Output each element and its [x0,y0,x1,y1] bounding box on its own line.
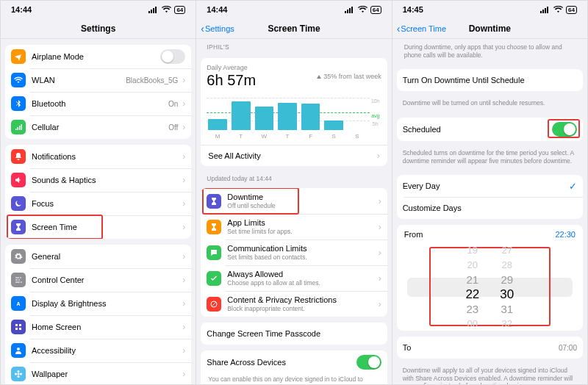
chart-day-label: M [208,133,227,140]
bluetooth-row[interactable]: BluetoothOn› [5,92,191,115]
row-sublabel: Set limits based on contacts. [227,253,373,261]
cellular-row[interactable]: CellularOff› [5,115,191,139]
chart-day-label: F [301,133,320,140]
control-center-row[interactable]: Control Center› [5,268,191,292]
svg-rect-8 [19,328,21,330]
accessibility-row[interactable]: Accessibility› [5,339,191,362]
gear-icon [11,249,26,264]
svg-rect-1 [151,10,152,13]
scheduled-toggle[interactable] [552,122,577,137]
general-row[interactable]: General› [5,245,191,268]
sounds-haptics-row[interactable]: Sounds & Haptics› [5,168,191,192]
status-bar: 14:44 64 [1,1,196,18]
downtime-row[interactable]: DowntimeOff until schedule› [201,188,387,214]
svg-rect-6 [19,324,21,326]
every-day-row[interactable]: Every Day ✓ [397,175,583,197]
flower-icon [11,367,26,381]
minute-wheel[interactable]: 272829303132 [500,244,514,331]
row-label: Bluetooth [32,99,165,108]
wheel-value: 27 [502,243,512,258]
arrow-up-icon [317,75,321,79]
back-button[interactable]: ‹Settings [201,24,234,34]
navbar: ‹Settings Screen Time [196,18,391,39]
scheduled-row[interactable]: Scheduled [397,118,583,141]
every-day-label: Every Day [403,181,564,190]
share-note: You can enable this on any device signed… [201,374,387,384]
row-sublabel: Block inappropriate content. [227,305,373,312]
downtime-screen: 14:45 64 ‹Screen Time Downtime During do… [392,0,588,385]
back-button[interactable]: ‹Screen Time [397,24,446,34]
screen-time-row[interactable]: Screen Time› [5,215,191,239]
home-screen-row[interactable]: Home Screen› [5,315,191,339]
row-label: Home Screen [32,323,178,331]
svg-rect-3 [155,7,157,13]
wheel-value: 29 [501,273,513,287]
scheduled-note: Scheduled turns on downtime for the time… [397,147,583,169]
svg-text:A: A [16,301,20,306]
row-label: Cellular [32,123,165,132]
customize-days-row[interactable]: Customize Days [397,197,583,219]
app-limits-row[interactable]: App LimitsSet time limits for apps.› [201,214,387,240]
row-value: On [168,100,178,108]
person-icon [11,343,26,358]
hourglass-icon [11,220,26,234]
share-across-devices-row[interactable]: Share Across Devices [201,350,387,374]
to-row[interactable]: To 07:00 [397,337,583,359]
share-label: Share Across Devices [207,358,356,367]
svg-rect-23 [351,7,353,13]
row-label: Communication Limits [227,244,373,253]
chevron-right-icon: › [379,299,381,309]
airplane-icon [11,49,26,64]
communication-limits-row[interactable]: Communication LimitsSet limits based on … [201,240,387,265]
row-label: Display & Brightness [32,299,178,308]
row-label: Notifications [32,152,178,161]
svg-rect-29 [547,7,548,13]
from-label: From [404,230,423,239]
chart-day-label: S [348,133,367,140]
row-label: Downtime [227,192,373,201]
svg-rect-27 [542,10,544,13]
change-passcode-label: Change Screen Time Passcode [207,329,381,338]
content-privacy-restrictions-row[interactable]: Content & Privacy RestrictionsBlock inap… [201,291,387,317]
svg-line-25 [212,302,216,306]
chart-day-label: W [255,133,274,140]
bluetooth-icon [11,96,26,111]
from-time-picker[interactable]: From 22:30 192021222300 272829303132 [397,225,583,331]
screen-time-screen: 14:44 64 ‹Settings Screen Time IPHIL'S D… [196,0,392,385]
notifications-row[interactable]: Notifications› [5,145,191,168]
chevron-right-icon: › [182,251,185,262]
from-value: 22:30 [555,230,576,239]
svg-rect-21 [347,10,348,13]
hourglass-icon [207,220,221,234]
always-allowed-row[interactable]: Always AllowedChoose apps to allow at al… [201,265,387,291]
row-label: General [32,252,178,261]
wallpaper-row[interactable]: Wallpaper› [5,362,191,384]
change-passcode-row[interactable]: Change Screen Time Passcode [201,323,387,345]
back-label: Screen Time [401,24,446,33]
chart-bar [255,107,274,130]
display-brightness-row[interactable]: ADisplay & Brightness› [5,292,191,315]
wlan-row[interactable]: WLANBlackBooks_5G› [5,68,191,92]
from-row[interactable]: From 22:30 [397,225,583,244]
row-label: Always Allowed [227,270,373,278]
hour-wheel[interactable]: 192021222300 [465,244,479,331]
svg-point-13 [15,373,17,375]
turn-on-downtime-row[interactable]: Turn On Downtime Until Schedule [397,69,583,91]
focus-row[interactable]: Focus› [5,192,191,215]
row-sublabel: Off until schedule [227,202,373,209]
chevron-right-icon: › [182,345,185,356]
chart-day-label: T [232,133,251,140]
battery-icon: 64 [566,6,577,14]
row-sublabel: Choose apps to allow at all times. [227,279,373,287]
sliders-icon [11,273,26,287]
airplane-mode-row[interactable]: Airplane Mode [5,45,191,68]
chevron-right-icon: › [182,122,185,132]
row-toggle[interactable] [160,49,185,64]
share-toggle[interactable] [356,355,381,370]
to-value: 07:00 [559,344,577,352]
usage-chart-card[interactable]: Daily Average 6h 57m 35% from last week … [201,58,387,166]
chevron-right-icon: › [182,275,185,285]
svg-rect-5 [15,324,18,326]
see-all-activity-row[interactable]: See All Activity › [201,145,387,166]
signal-icon [148,6,159,13]
